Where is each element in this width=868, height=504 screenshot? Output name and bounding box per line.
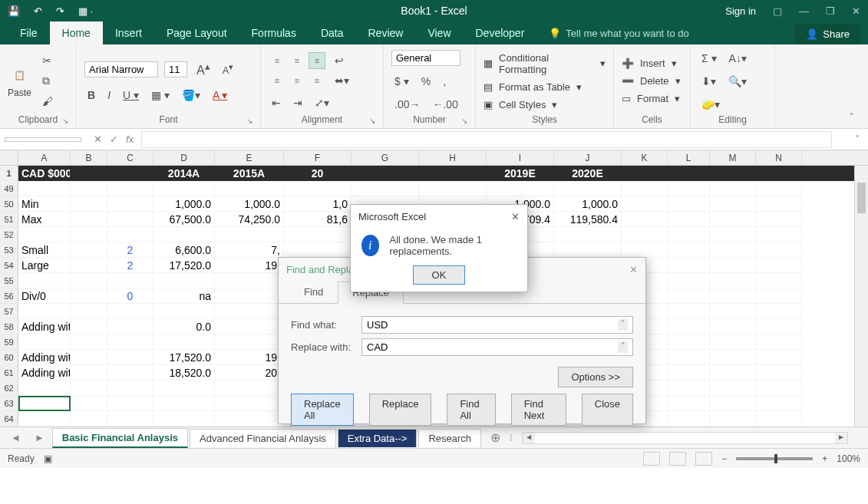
col-header[interactable]: F bbox=[284, 150, 351, 165]
cell[interactable] bbox=[668, 304, 710, 319]
cell[interactable] bbox=[153, 380, 215, 396]
cell[interactable] bbox=[71, 396, 107, 411]
tell-me-box[interactable]: 💡 Tell me what you want to do bbox=[549, 22, 688, 44]
cell[interactable] bbox=[668, 380, 710, 396]
cell[interactable] bbox=[756, 288, 802, 304]
decrease-decimal-icon[interactable]: ←.00 bbox=[429, 97, 460, 112]
cell[interactable] bbox=[215, 411, 284, 427]
delete-cells-button[interactable]: ➖Delete ▾ bbox=[622, 75, 681, 87]
cell[interactable] bbox=[71, 319, 107, 334]
cell[interactable] bbox=[756, 196, 802, 212]
cell[interactable] bbox=[153, 411, 215, 427]
replace-with-input[interactable]: CAD˅ bbox=[361, 338, 633, 356]
select-all-corner[interactable] bbox=[0, 150, 18, 165]
cell-styles-button[interactable]: ▣Cell Styles ▾ bbox=[484, 99, 606, 110]
accounting-icon[interactable]: $ ▾ bbox=[391, 74, 412, 89]
cell[interactable] bbox=[756, 380, 802, 396]
cell[interactable] bbox=[756, 258, 802, 273]
row-header[interactable]: 49 bbox=[0, 181, 18, 196]
ok-button[interactable]: OK bbox=[413, 265, 466, 285]
cell[interactable] bbox=[351, 166, 419, 181]
cell[interactable]: 7, bbox=[215, 242, 284, 258]
fx-icon[interactable]: fx bbox=[126, 133, 134, 145]
col-header[interactable]: K bbox=[622, 150, 668, 165]
cell[interactable] bbox=[215, 227, 284, 242]
cell[interactable] bbox=[107, 365, 153, 380]
insert-cells-button[interactable]: ➕Insert ▾ bbox=[622, 58, 681, 69]
fill-icon[interactable]: ⬇▾ bbox=[698, 74, 719, 89]
cell[interactable] bbox=[18, 227, 71, 242]
row-header[interactable]: 56 bbox=[0, 288, 18, 304]
row-header[interactable]: 55 bbox=[0, 273, 18, 288]
cell[interactable]: Adding with an error bbox=[18, 319, 71, 334]
cell[interactable] bbox=[622, 242, 668, 258]
enter-entry-icon[interactable]: ✓ bbox=[110, 133, 118, 145]
cell[interactable] bbox=[71, 380, 107, 396]
cell[interactable]: 2014A bbox=[153, 166, 215, 181]
cell[interactable] bbox=[71, 273, 107, 288]
cell[interactable] bbox=[18, 380, 71, 396]
percent-icon[interactable]: % bbox=[418, 74, 434, 89]
cell[interactable] bbox=[107, 350, 153, 365]
cell[interactable]: Adding with an error bbox=[18, 365, 71, 380]
cell[interactable] bbox=[71, 350, 107, 365]
find-next-button[interactable]: Find Next bbox=[511, 394, 566, 426]
cell[interactable] bbox=[710, 319, 756, 334]
cancel-entry-icon[interactable]: ✕ bbox=[94, 133, 102, 145]
cell[interactable] bbox=[215, 304, 284, 319]
col-header[interactable]: D bbox=[153, 150, 215, 165]
col-header[interactable]: N bbox=[756, 150, 802, 165]
cell[interactable]: 81,6 bbox=[284, 212, 351, 227]
cell[interactable] bbox=[710, 273, 756, 288]
cell[interactable] bbox=[554, 227, 622, 242]
ribbon-display-icon[interactable]: ▢ bbox=[773, 5, 782, 17]
cell[interactable] bbox=[554, 181, 622, 196]
cell[interactable] bbox=[710, 258, 756, 273]
sheet-tab-basic[interactable]: Basic Financial Anlaysis bbox=[52, 428, 188, 448]
save-icon[interactable]: 💾 bbox=[8, 5, 20, 17]
cell[interactable] bbox=[107, 196, 153, 212]
cell[interactable] bbox=[710, 242, 756, 258]
cell[interactable]: 19, bbox=[215, 350, 284, 365]
cell[interactable] bbox=[710, 334, 756, 350]
wrap-text-icon[interactable]: ↩ bbox=[332, 53, 352, 68]
cell[interactable]: 67,500.0 bbox=[153, 212, 215, 227]
cell[interactable] bbox=[756, 181, 802, 196]
cell[interactable] bbox=[756, 273, 802, 288]
decrease-indent-icon[interactable]: ⇤ bbox=[269, 95, 284, 110]
alignment-grid[interactable]: ≡≡≡ ≡≡≡ bbox=[269, 52, 325, 89]
col-header[interactable]: B bbox=[71, 150, 107, 165]
col-header[interactable]: H bbox=[419, 150, 487, 165]
cell[interactable]: 2 bbox=[107, 258, 153, 273]
decrease-font-icon[interactable]: A▾ bbox=[219, 61, 237, 77]
undo-icon[interactable]: ↶ bbox=[34, 5, 42, 17]
cell[interactable] bbox=[668, 396, 710, 411]
sign-in-link[interactable]: Sign in bbox=[725, 5, 756, 17]
cell[interactable] bbox=[710, 288, 756, 304]
cell[interactable] bbox=[18, 304, 71, 319]
col-header[interactable]: C bbox=[107, 150, 153, 165]
increase-decimal-icon[interactable]: .00→ bbox=[391, 97, 423, 112]
merge-center-icon[interactable]: ⬌▾ bbox=[332, 73, 352, 88]
cell[interactable] bbox=[153, 396, 215, 411]
orientation-icon[interactable]: ⤢▾ bbox=[312, 95, 332, 110]
cell[interactable] bbox=[107, 319, 153, 334]
cell[interactable]: 74,250.0 bbox=[215, 212, 284, 227]
font-name-combo[interactable]: Arial Narrow bbox=[84, 61, 158, 77]
sort-filter-icon[interactable]: A↓▾ bbox=[726, 51, 750, 66]
cell[interactable] bbox=[668, 288, 710, 304]
underline-button[interactable]: U ▾ bbox=[120, 87, 142, 103]
normal-view-icon[interactable] bbox=[643, 452, 660, 466]
cell[interactable] bbox=[668, 350, 710, 365]
cell[interactable] bbox=[419, 166, 487, 181]
fill-color-icon[interactable]: 🪣▾ bbox=[179, 87, 203, 103]
cell[interactable] bbox=[668, 242, 710, 258]
expand-formula-icon[interactable]: ˅ bbox=[847, 133, 868, 145]
cell[interactable] bbox=[710, 365, 756, 380]
cell[interactable] bbox=[622, 212, 668, 227]
cell[interactable] bbox=[756, 319, 802, 334]
tab-insert[interactable]: Insert bbox=[103, 21, 154, 44]
cell[interactable]: 119,580.4 bbox=[554, 212, 622, 227]
cell[interactable] bbox=[756, 334, 802, 350]
cell[interactable] bbox=[284, 227, 351, 242]
